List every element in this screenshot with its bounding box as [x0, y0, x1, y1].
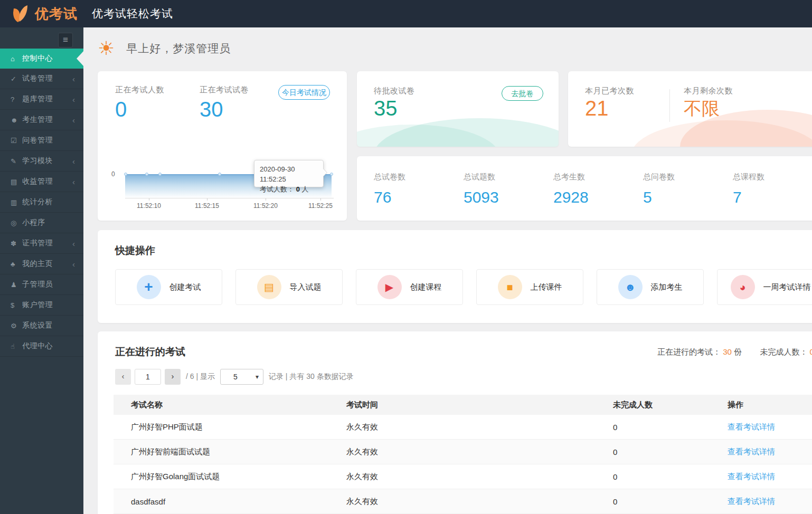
add-examinee-button[interactable]: ☻ 添加考生: [597, 269, 704, 305]
exam-time: 永久有效: [346, 497, 613, 507]
view-exam-detail-link[interactable]: 查看考试详情: [728, 447, 812, 457]
x-tick-label: 11:52:20: [253, 202, 278, 210]
question-bank-icon: ?: [11, 96, 22, 103]
prev-page-button[interactable]: ‹: [115, 369, 131, 385]
unfinished-count: 0: [810, 347, 812, 356]
mini-program-icon: ◎: [11, 219, 22, 227]
sidebar-item-mini-program[interactable]: ◎ 小程序: [0, 213, 83, 233]
sidebar-menu: ⌂ 控制中心 ✓ 试卷管理 ‹ ? 题库管理 ‹ ☻ 考生管理 ‹ ☑ 问卷管理…: [0, 49, 83, 357]
pending-grading-label: 待批改试卷: [374, 86, 415, 96]
next-page-button[interactable]: ›: [165, 369, 181, 385]
sidebar-item-statistics[interactable]: ▥ 统计分析: [0, 192, 83, 213]
sidebar-item-examinee[interactable]: ☻ 考生管理 ‹: [0, 110, 83, 130]
people-examing-label: 正在考试人数: [115, 85, 164, 95]
view-exam-detail-link[interactable]: 查看考试详情: [728, 422, 812, 432]
tooltip-unit: 人: [301, 185, 308, 193]
grading-card: 待批改试卷 35 去批卷: [357, 71, 559, 147]
view-exam-detail-link[interactable]: 查看考试详情: [728, 472, 812, 482]
sidebar-item-account[interactable]: $ 账户管理: [0, 295, 83, 316]
examinee-icon: ☻: [11, 116, 22, 124]
logo-text: 优考试: [35, 5, 78, 23]
greeting-text: 早上好，梦溪管理员: [126, 41, 231, 56]
sidebar-item-settings[interactable]: ⚙ 系统设置: [0, 316, 83, 336]
wave-decoration: [374, 118, 559, 147]
chart-point: [218, 173, 221, 176]
pending-grading-value: 35: [374, 97, 398, 120]
divider: [669, 89, 670, 122]
pie-chart-icon: ◕: [731, 275, 755, 299]
sidebar-item-exam-paper[interactable]: ✓ 试卷管理 ‹: [0, 69, 83, 89]
chevron-collapsed-icon: ‹: [72, 157, 83, 166]
chevron-down-icon: ▾: [256, 373, 259, 380]
table-row: 广州好智Golang面试试题 永久有效 0 查看考试详情: [114, 464, 812, 489]
pages-info: / 6 | 显示: [186, 372, 215, 382]
sidebar-item-question-bank[interactable]: ? 题库管理 ‹: [0, 89, 83, 110]
active-notch: [77, 51, 83, 66]
thumbs-up-icon: ☝: [11, 342, 22, 350]
sidebar-item-certificate[interactable]: ✽ 证书管理 ‹: [0, 233, 83, 254]
unfinished-number: 0: [613, 448, 728, 456]
total-examinees: 总考生数 2928: [553, 172, 643, 221]
main-content: ☀ 早上好，梦溪管理员 正在考试人数 0 正在考试试卷 30 今日考试情况 0 …: [83, 27, 812, 514]
sidebar-collapse-button[interactable]: ≡: [58, 33, 73, 47]
dollar-icon: $: [11, 301, 22, 309]
month-remaining-label: 本月剩余次数: [684, 86, 733, 96]
go-grade-button[interactable]: 去批卷: [502, 86, 543, 101]
sidebar-item-questionnaire[interactable]: ☑ 问卷管理: [0, 130, 83, 151]
weekly-exam-detail-button[interactable]: ◕ 一周考试详情: [717, 269, 812, 305]
gear-icon: ⚙: [11, 322, 22, 330]
document-icon: ▤: [257, 275, 281, 299]
chevron-collapsed-icon: ‹: [72, 116, 83, 125]
import-questions-button[interactable]: ▤ 导入试题: [235, 269, 343, 305]
chart-point: [158, 173, 162, 176]
sidebar-item-agent-center[interactable]: ☝ 代理中心: [0, 336, 83, 357]
person-icon: ☻: [618, 275, 643, 299]
sidebar-item-sub-admin[interactable]: ♟ 子管理员: [0, 274, 83, 295]
my-homepage-icon: ♣: [11, 260, 22, 268]
presentation-icon: ▶: [377, 275, 402, 299]
today-exam-status-button[interactable]: 今日考试情况: [278, 85, 330, 100]
tooltip-datetime: 2020-09-30 11:52:25: [260, 164, 318, 184]
app-logo: 优考试: [0, 4, 83, 23]
x-tick-label: 11:52:10: [137, 202, 161, 210]
chart-point: [124, 173, 127, 176]
ongoing-summary: 正在进行的考试： 30 份 未完成人数： 0: [657, 347, 812, 357]
statistics-icon: ▥: [11, 198, 22, 206]
x-tick-label: 11:52:25: [308, 202, 333, 210]
sidebar-item-learning[interactable]: ✎ 学习模块 ‹: [0, 151, 83, 172]
sidebar-item-my-homepage[interactable]: ♣ 我的主页 ‹: [0, 254, 83, 274]
sidebar-item-control-center[interactable]: ⌂ 控制中心: [0, 49, 83, 69]
chevron-collapsed-icon: ‹: [72, 74, 83, 83]
page-size-select[interactable]: 5 ▾: [220, 369, 263, 385]
unfinished-number: 0: [613, 423, 728, 432]
tooltip-label: 考试人数：: [260, 185, 294, 193]
certificate-icon: ✽: [11, 240, 22, 248]
papers-examing-value: 30: [200, 98, 223, 121]
records-info: 记录 | 共有 30 条数据记录: [269, 372, 354, 382]
total-courses: 总课程数 7: [733, 172, 812, 221]
ongoing-title: 正在进行的考试: [115, 345, 185, 359]
folder-icon: ■: [498, 275, 522, 299]
app-title: 优考试轻松考试: [92, 6, 173, 21]
sub-admin-icon: ♟: [11, 281, 22, 289]
table-header-row: 考试名称 考试时间 未完成人数 操作: [114, 395, 812, 415]
totals-card: 总试卷数 76 总试题数 5093 总考生数 2928 总问卷数 5 总课程数 …: [357, 156, 812, 221]
table-row: dasdfasdf 永久有效 0 查看考试详情: [114, 489, 812, 514]
page-number-input[interactable]: [135, 369, 161, 385]
greeting: ☀ 早上好，梦溪管理员: [98, 39, 231, 58]
create-course-button[interactable]: ▶ 创建课程: [356, 269, 463, 305]
revenue-icon: ▤: [11, 178, 22, 186]
chevron-collapsed-icon: ‹: [72, 260, 83, 269]
sun-icon: ☀: [98, 39, 115, 58]
tooltip-arrow: [323, 169, 327, 176]
logo-leaf-icon: [12, 4, 30, 23]
upload-courseware-button[interactable]: ■ 上传课件: [476, 269, 583, 305]
quick-actions-row: + 创建考试 ▤ 导入试题 ▶ 创建课程 ■ 上传课件 ☻ 添加考生 ◕ 一周考…: [115, 269, 812, 305]
table-row: 广州好智PHP面试题 永久有效 0 查看考试详情: [114, 415, 812, 440]
view-exam-detail-link[interactable]: 查看考试详情: [728, 497, 812, 507]
monthly-quota-card: 本月已考次数 21 本月剩余次数 不限: [568, 71, 812, 147]
sidebar-item-revenue[interactable]: ▤ 收益管理 ‹: [0, 172, 83, 192]
month-used-value: 21: [585, 97, 609, 120]
create-exam-button[interactable]: + 创建考试: [115, 269, 222, 305]
papers-examing-label: 正在考试试卷: [200, 85, 249, 95]
